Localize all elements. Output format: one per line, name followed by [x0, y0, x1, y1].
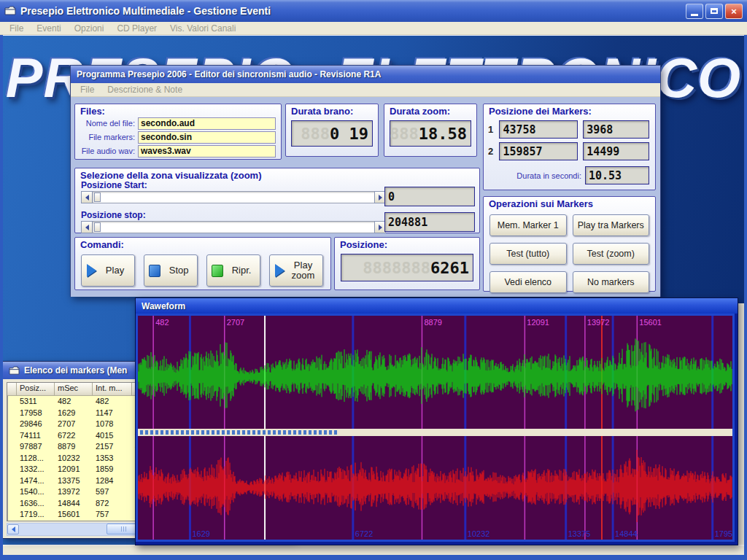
table-cell: 29846: [17, 419, 55, 430]
comandi-panel: Comandi: PlayStopRipr.Play zoom: [74, 237, 331, 290]
test-zoom-button[interactable]: Test (zoom): [573, 243, 650, 265]
menu-item-file[interactable]: File: [3, 23, 30, 34]
progress-bar-dash: [191, 430, 194, 435]
table-cell: 1078: [93, 419, 132, 430]
files-panel: Files: Nome del file:secondo.audFile mar…: [74, 104, 282, 160]
slider-track[interactable]: [93, 191, 374, 203]
table-cell: 1353: [93, 453, 132, 464]
progress-bar-dash: [181, 430, 184, 435]
posizione-panel: Posizione: 88888886261: [334, 237, 480, 290]
row-indicator-cell: [7, 498, 17, 510]
marker-top-label: 482: [155, 318, 169, 327]
marker-top-label: 12091: [527, 318, 549, 327]
table-cell: 13972: [55, 486, 93, 498]
button-label: Play zoom: [289, 260, 318, 281]
progress-bar-dash: [298, 430, 301, 435]
table-cell: 15601: [55, 509, 93, 521]
column-header-msec[interactable]: mSec: [55, 383, 93, 396]
scroll-left-button[interactable]: [7, 524, 19, 534]
stop-icon: [149, 265, 160, 277]
markers-list-title: Elenco dei markers (Men: [24, 365, 127, 376]
posizione-stop-slider[interactable]: [81, 221, 386, 233]
column-header-posiz[interactable]: Posiz...: [17, 383, 55, 396]
progress-bar-dash: [155, 430, 158, 435]
slider-track[interactable]: [93, 221, 374, 233]
waveform-titlebar[interactable]: Waweform: [136, 298, 738, 314]
files-header: Files:: [80, 106, 276, 117]
posizione-start-slider[interactable]: [81, 191, 386, 203]
thumb-grip: [121, 526, 122, 532]
slider-left-arrow[interactable]: [81, 221, 93, 233]
waveform-display-area[interactable]: 4822707887912091139721560116296722102321…: [136, 314, 735, 542]
file-field-label: Nome del file:: [77, 119, 138, 128]
play-icon: [87, 264, 96, 277]
mem-marker-1-button[interactable]: Mem. Marker 1: [489, 214, 567, 236]
marker-bottom-label: 1629: [192, 529, 209, 538]
marker-sample-value: 43758: [503, 123, 535, 136]
durata-brano-value: 0 19: [330, 125, 368, 143]
row-indicator-cell: [7, 486, 17, 498]
posizione-start-label: Posizione Start:: [81, 180, 147, 190]
posizione-stop-display: 204881: [384, 212, 475, 232]
progress-bar-dash: [150, 430, 153, 435]
editor-menubar: FileDescrizione & Note: [71, 83, 660, 97]
menu-item-cd-player[interactable]: CD Player: [110, 23, 163, 34]
progress-bar-dash: [160, 430, 163, 435]
play-tra-markers-button[interactable]: Play tra Markers: [573, 214, 650, 236]
marker-1-msec-display: 3968: [583, 120, 649, 139]
maximize-button[interactable]: [705, 4, 723, 19]
minimize-button[interactable]: [686, 4, 703, 19]
table-cell: 1859: [93, 464, 132, 475]
table-cell: 1629: [55, 408, 93, 419]
menu-item-eventi[interactable]: Eventi: [30, 23, 67, 34]
slider-left-arrow[interactable]: [81, 191, 93, 203]
column-header-int-m[interactable]: Int. m...: [93, 383, 132, 396]
progress-bar-dash: [247, 430, 250, 435]
file-field-value[interactable]: waves3.wav: [138, 145, 276, 158]
table-cell: 1636...: [17, 498, 55, 510]
menu-item-opzioni[interactable]: Opzioni: [68, 23, 111, 34]
ripr-button[interactable]: Ripr.: [206, 254, 260, 287]
progress-bar-dash: [140, 430, 143, 435]
progress-bar-dash: [166, 430, 169, 435]
slider-thumb[interactable]: [94, 222, 101, 232]
durata-secondi-display: 10.53: [585, 166, 649, 184]
play-button[interactable]: Play: [81, 254, 135, 287]
waveform-canvas[interactable]: 4822707887912091139721560116296722102321…: [138, 316, 732, 540]
table-cell: 8879: [55, 441, 93, 453]
table-cell: 1284: [93, 475, 132, 487]
main-window-titlebar[interactable]: Presepio Elettronico Multimediale - Gest…: [0, 0, 747, 22]
editor-window-titlebar[interactable]: Programma Presepio 2006 - Editor dei sin…: [71, 66, 660, 83]
row-indicator-cell: [7, 464, 17, 475]
slider-thumb[interactable]: [94, 192, 101, 202]
posizione-markers-panel: Posizione dei Markers: 14375839682159857…: [483, 104, 656, 190]
close-button[interactable]: ×: [725, 4, 743, 19]
lcd-ghost-digits: 888: [390, 125, 419, 143]
row-indicator-cell: [7, 408, 17, 419]
stop-button[interactable]: Stop: [144, 254, 198, 287]
editor-menu-item-descrizione-note[interactable]: Descrizione & Note: [101, 85, 189, 95]
main-window-title: Presepio Elettronico Multimediale - Gest…: [20, 5, 686, 17]
progress-bar-dash: [176, 430, 179, 435]
play-zoom-button[interactable]: Play zoom: [269, 254, 323, 287]
comandi-header: Comandi:: [80, 239, 325, 250]
table-cell: 2707: [55, 419, 93, 430]
test-tutto-button[interactable]: Test (tutto): [489, 243, 567, 265]
progress-bar-dash: [329, 430, 332, 435]
marker-position-row: 1437583968: [488, 120, 649, 139]
column-header-indicator[interactable]: [7, 383, 17, 396]
progress-bar-dash: [324, 430, 327, 435]
table-cell: 482: [55, 396, 93, 408]
file-field-value[interactable]: secondo.aud: [138, 117, 276, 130]
zoom-selection-panel: Selezione della zona visualizzata (zoom)…: [74, 168, 480, 233]
durata-zoom-value: 18.58: [419, 125, 467, 143]
vedi-elenco-button[interactable]: Vedi elenco: [489, 271, 567, 293]
editor-menu-item-file[interactable]: File: [74, 85, 101, 95]
rec-icon: [212, 265, 223, 277]
file-field-value[interactable]: secondo.sin: [138, 131, 276, 144]
waveform-window: Waweform 4822707887912091139721560116296…: [135, 298, 738, 545]
no-markers-button[interactable]: No markers: [573, 271, 650, 293]
menu-item-vis-valori-canali[interactable]: Vis. Valori Canali: [163, 23, 242, 34]
file-field-row: File markers:secondo.sin: [77, 131, 276, 144]
table-cell: 74111: [17, 430, 55, 442]
